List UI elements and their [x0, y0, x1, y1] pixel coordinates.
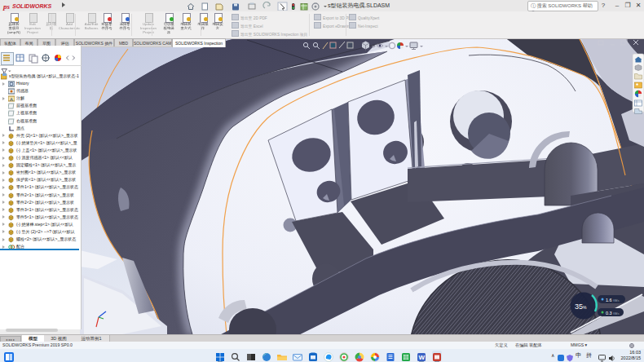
svg-text:A: A: [10, 97, 13, 102]
svg-text:SOLIDWORKS: SOLIDWORKS: [12, 3, 52, 9]
svg-text:ps: ps: [2, 2, 11, 11]
